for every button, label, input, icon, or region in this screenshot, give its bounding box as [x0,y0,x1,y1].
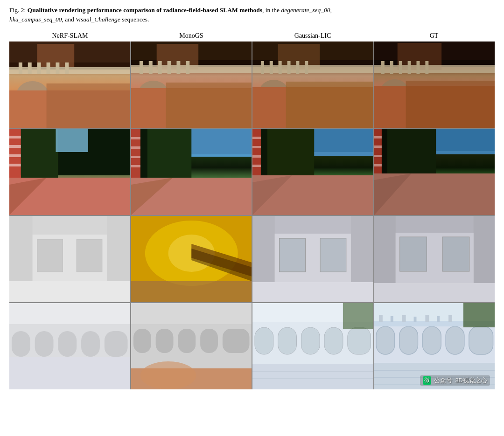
svg-rect-6 [37,62,41,74]
figure-container: NeRF-SLAM MonoGS Gaussian-LIC GT [9,29,495,389]
svg-rect-146 [178,329,196,353]
watermark-platform: 公众号 [434,376,452,385]
svg-rect-142 [131,303,252,324]
svg-rect-172 [378,315,382,322]
cell-r1-gt [374,42,495,128]
cell-r2-gt [374,129,495,215]
svg-rect-69 [131,146,140,149]
cell-r4-gt: 微 公众号 3D视觉之心 [374,303,495,389]
svg-rect-175 [413,317,416,322]
svg-rect-144 [133,329,151,353]
svg-rect-13 [47,83,130,128]
svg-rect-162 [343,303,373,329]
seq1-name: degenerate_seq_00 [281,7,330,14]
svg-rect-87 [385,129,435,174]
svg-rect-35 [296,61,299,74]
svg-rect-180 [374,370,495,371]
svg-rect-44 [381,61,384,74]
watermark-channel: 3D视觉之心 [455,376,487,385]
svg-rect-20 [158,61,161,74]
svg-rect-170 [469,326,493,354]
svg-rect-121 [252,216,373,302]
image-grid: 微 公众号 3D视觉之心 [9,42,495,389]
cell-r2-monogs [131,129,252,215]
svg-rect-91 [374,145,382,148]
svg-rect-104 [9,216,130,302]
svg-rect-145 [155,329,173,353]
svg-rect-158 [348,327,371,354]
svg-rect-70 [131,156,140,158]
svg-rect-148 [222,329,249,353]
svg-rect-52 [406,81,495,128]
svg-rect-8 [56,62,59,74]
svg-rect-183 [463,303,495,327]
svg-rect-89 [374,129,382,177]
svg-rect-82 [252,165,261,167]
svg-rect-5 [28,62,32,74]
svg-rect-7 [47,62,50,74]
col-header-nerf-slam: NeRF-SLAM [9,32,131,40]
svg-rect-9 [65,62,69,74]
svg-rect-168 [422,326,441,354]
cell-r1-monogs [131,42,252,128]
svg-rect-49 [425,61,428,74]
svg-rect-160 [252,371,373,372]
seq3-name: Visual_Challenge [76,16,120,23]
svg-rect-36 [305,61,308,74]
cell-r3-gaussian-lic [252,216,373,302]
svg-rect-46 [399,61,402,74]
svg-rect-156 [301,327,320,354]
seq2-name: hku_campus_seq_00 [9,16,62,23]
cell-r4-gaussian-lic [252,303,373,389]
svg-rect-18 [139,61,143,74]
svg-rect-65 [145,129,191,178]
svg-rect-3 [9,67,130,74]
svg-rect-45 [390,61,393,74]
svg-rect-79 [252,137,261,139]
svg-rect-34 [287,61,291,74]
cell-r1-gaussian-lic [252,42,373,128]
svg-rect-167 [399,326,418,354]
caption-end: sequences. [122,16,149,23]
svg-rect-166 [376,326,394,354]
cell-r4-nerf-slam [9,303,130,389]
svg-rect-78 [252,129,261,179]
svg-rect-47 [407,61,411,74]
svg-rect-111 [131,281,252,302]
column-headers: NeRF-SLAM MonoGS Gaussian-LIC GT [9,29,495,42]
svg-rect-92 [374,155,382,157]
svg-rect-31 [261,61,264,74]
svg-rect-22 [176,61,180,74]
svg-rect-67 [131,129,140,182]
svg-rect-174 [402,315,406,322]
col-header-gaussian-lic: Gaussian-LIC [252,32,373,40]
svg-rect-68 [131,137,140,139]
svg-rect-21 [167,61,171,74]
col-header-monogs: MonoGS [131,32,252,40]
svg-rect-169 [446,326,464,354]
svg-point-150 [140,361,196,389]
svg-rect-161 [252,378,373,379]
figure-caption: Fig. 2: Qualitative rendering performanc… [9,6,495,25]
caption-comma: , [330,7,331,14]
svg-rect-60 [56,129,88,152]
svg-rect-90 [374,136,382,138]
svg-rect-33 [279,61,282,74]
caption-and: , and [62,16,74,23]
cell-r3-nerf-slam [9,216,130,302]
svg-rect-23 [186,61,189,74]
cell-r4-monogs [131,303,252,389]
svg-rect-177 [437,316,440,322]
page-container: Fig. 2: Qualitative rendering performanc… [9,6,495,389]
wechat-icon: 微 [423,376,431,385]
caption-after-bold: , in the [262,7,280,14]
svg-rect-4 [19,62,22,74]
svg-rect-71 [131,165,140,167]
svg-rect-173 [390,316,393,322]
svg-rect-157 [324,327,343,354]
cell-r3-gt [374,216,495,302]
svg-rect-140 [9,303,130,389]
svg-rect-19 [148,61,152,74]
caption-bold: Qualitative rendering performance compar… [28,7,262,14]
svg-rect-176 [425,315,429,322]
